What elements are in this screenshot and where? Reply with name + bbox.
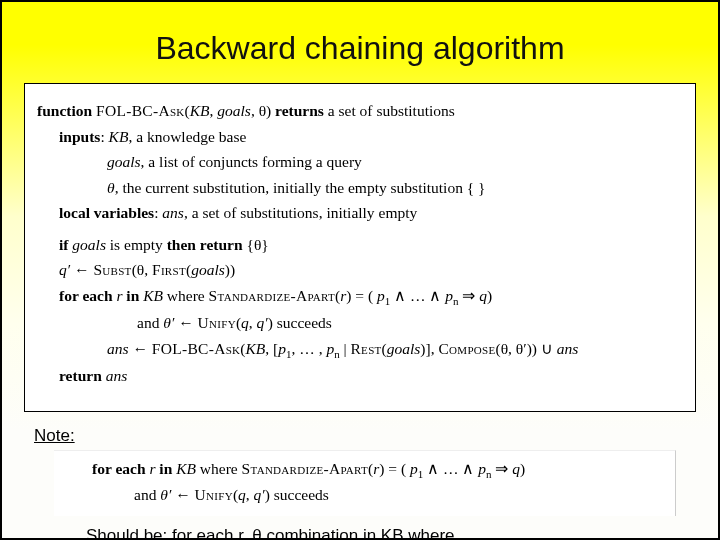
n-kw-where: where [200,460,238,477]
assign-2: ← [174,314,197,331]
var-ans2: ans [107,340,129,357]
algo-line-7: q′ ← Subst(θ, First(goals)) [37,257,683,283]
sym-p1: p [377,287,385,304]
arg-q: q [241,314,249,331]
input-theta: θ [107,179,115,196]
n-q: q [512,460,520,477]
n-kw-foreach: for each [92,460,146,477]
note-line-2: and θ′ ← Unify(q, q′) succeeds [62,483,667,508]
assign-1: ← [70,261,93,278]
n-var-r: r [149,460,155,477]
var-thetaprime: θ′ [163,314,174,331]
fn-folbcask: FOL-BC-Ask [152,340,241,357]
var-ans3: ans [557,340,579,357]
var-ans: ans [162,204,184,221]
fn-subst: Subst [93,261,131,278]
algo-line-1: function FOL-BC-Ask(KB, goals, θ) return… [37,98,683,124]
note-line-1: for each r in KB where Standardize-Apart… [62,457,667,484]
kw-if: if [59,236,68,253]
input-goals: goals [107,153,141,170]
n-fn-unify: Unify [195,486,233,503]
input-goals-desc: , a list of conjuncts forming a query [141,153,362,170]
n-kw-in: in [159,460,172,477]
n-pn: p [478,460,486,477]
n-conj: ∧ … ∧ [423,460,478,477]
var-qprime: q′ [59,261,70,278]
algorithm-box: function FOL-BC-Ask(KB, goals, θ) return… [24,83,696,412]
algo-line-6: if goals is empty then return {θ} [37,232,683,258]
fn-unify: Unify [198,314,236,331]
txt-10r: (θ, θ′)) ∪ [496,340,557,357]
sym-pnb: p [326,340,334,357]
note-label: Note: [34,426,718,446]
arg-kb: KB [246,340,266,357]
note-box: for each r in KB where Standardize-Apart… [54,450,676,516]
txt-7d: (θ, [132,261,152,278]
n-arg-qprime: q′ [254,486,265,503]
algo-line-4: θ, the current substitution, initially t… [37,175,683,201]
kw-then-return: then return [167,236,243,253]
txt-10f: , [ [265,340,278,357]
n-succeeds: ) succeeds [265,486,329,503]
n-txt-g2: , [246,486,254,503]
txt-bar: | [340,340,351,357]
algo-line-3: goals, a list of conjuncts forming a que… [37,149,683,175]
arg-goals: goals [191,261,225,278]
input-theta-desc: , the current substitution, initially th… [115,179,486,196]
param-kb: KB [190,102,210,119]
slide: Backward chaining algorithm function FOL… [0,0,720,540]
algo-line-10: ans ← FOL-BC-Ask(KB, [p1, … , pn | Rest(… [37,336,683,363]
input-kb: KB [109,128,129,145]
kw-returns: returns [275,102,324,119]
n-assign: ← [171,486,194,503]
cond-goals: goals [72,236,106,253]
fn-first: First [152,261,186,278]
assign-3: ← [129,340,152,357]
n-var-kb: KB [176,460,196,477]
fn-name: FOL-BC-Ask [96,102,185,119]
fn-compose: Compose [438,340,495,357]
cond-empty: is empty [110,236,163,253]
n-impl: ⇒ [492,460,513,477]
txt-10p: )], [420,340,438,357]
n-thetaprime: θ′ [160,486,171,503]
sym-q: q [479,287,487,304]
n-p1: p [410,460,418,477]
n-txt-q: ) [520,460,525,477]
algo-line-9: and θ′ ← Unify(q, q′) succeeds [37,310,683,336]
n-kw-and: and [134,486,160,503]
kw-function: function [37,102,92,119]
var-kb: KB [143,287,163,304]
n-txt-i: ) = ( [379,460,410,477]
n-fn-standardize: Standardize-Apart [242,460,369,477]
txt-dots: , … , [292,340,327,357]
kw-localvars: local variables [59,204,154,221]
txt-7h: )) [225,261,235,278]
txt-succeeds: ) succeeds [268,314,332,331]
kw-and: and [137,314,163,331]
n-arg-q: q [238,486,246,503]
slide-title: Backward chaining algorithm [2,2,718,77]
arg-goals2: goals [387,340,421,357]
algo-line-2: inputs: KB, a knowledge base [37,124,683,150]
sym-p1b: p [278,340,286,357]
ret-ans: ans [106,367,128,384]
txt-conj: ∧ … ∧ [390,287,445,304]
algo-line-5: local variables: ans, a set of substitut… [37,200,683,226]
returns-desc: a set of substitutions [328,102,455,119]
fn-rest: Rest [350,340,381,357]
kw-inputs: inputs [59,128,100,145]
sym-impl: ⇒ [459,287,480,304]
kw-foreach: for each [59,287,113,304]
return-theta-set: {θ} [246,236,268,253]
kw-return: return [59,367,102,384]
var-r: r [116,287,122,304]
algo-line-11: return ans [37,363,683,389]
kw-where: where [167,287,205,304]
arg-qprime: q′ [257,314,268,331]
algo-line-8: for each r in KB where Standardize-Apart… [37,283,683,310]
txt-8i: ) = ( [346,287,377,304]
sym-pn: p [445,287,453,304]
input-kb-desc: , a knowledge base [128,128,246,145]
fn-standardize: Standardize-Apart [209,287,336,304]
